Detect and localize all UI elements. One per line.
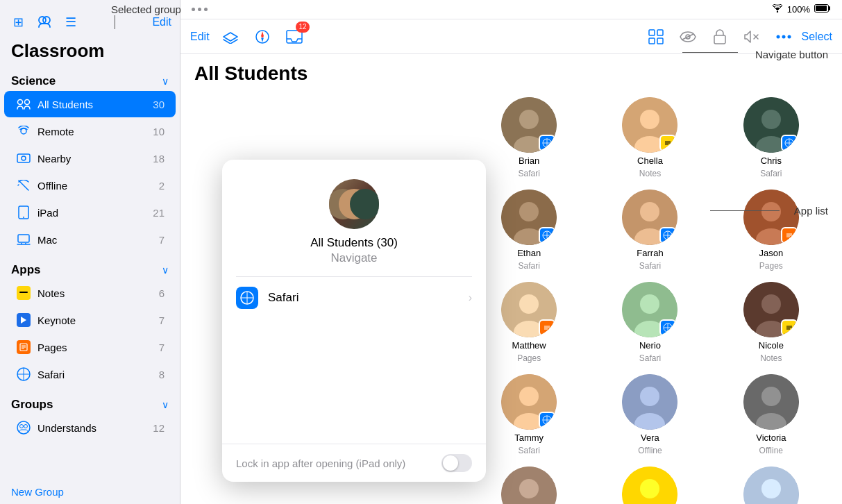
sidebar-apps-chevron[interactable]: ∨ <box>162 264 169 276</box>
sidebar-mac-label: Mac <box>37 234 159 246</box>
remote-icon <box>15 123 32 140</box>
svg-point-122 <box>761 387 781 406</box>
sidebar-item-safari[interactable]: Safari 8 <box>4 361 176 387</box>
student-app: Pages <box>759 261 783 271</box>
lock-toggle[interactable] <box>441 454 472 472</box>
sidebar-item-notes[interactable]: Notes 6 <box>4 280 176 306</box>
svg-point-119 <box>640 387 659 406</box>
sidebar-pages-label: Pages <box>37 342 159 353</box>
svg-point-21 <box>24 425 28 428</box>
student-name: Tammy <box>514 432 544 443</box>
student-card[interactable]: Samara Pages <box>593 467 707 504</box>
sidebar-science-chevron[interactable]: ∨ <box>162 76 169 87</box>
sidebar-ipad-label: iPad <box>37 207 153 219</box>
main-content: 100% Edit <box>180 0 842 504</box>
student-card[interactable]: Tammy Safari <box>472 374 586 455</box>
students-grid: Brian Safari Chella Notes <box>472 97 828 504</box>
students-grid-wrapper: Brian Safari Chella Notes <box>472 97 828 504</box>
svg-point-43 <box>350 189 379 219</box>
student-name: Ethan <box>517 248 541 258</box>
student-card[interactable]: Raffi Keynote <box>472 467 586 504</box>
inbox-icon[interactable]: 12 <box>282 24 307 49</box>
sidebar-groups-chevron[interactable]: ∨ <box>162 399 169 410</box>
svg-point-56 <box>640 110 659 129</box>
student-card[interactable]: Sarah Notes <box>714 467 828 504</box>
keynote-icon <box>15 312 32 328</box>
compass-icon[interactable] <box>250 24 275 49</box>
student-card[interactable]: Nicole Notes <box>714 282 828 363</box>
student-avatar <box>743 467 799 504</box>
wifi-icon <box>772 4 783 15</box>
student-name: Victoria <box>756 432 786 443</box>
student-card[interactable]: Matthew Pages <box>472 282 586 363</box>
modal-lock-label: Lock in app after opening (iPad only) <box>236 457 405 469</box>
mac-icon <box>15 231 32 248</box>
layers-icon[interactable] <box>218 24 243 49</box>
student-app: Safari <box>760 169 782 178</box>
modal-safari-item[interactable]: Safari › <box>222 277 486 319</box>
select-button[interactable]: Select <box>802 31 832 43</box>
sidebar-item-all-students[interactable]: All Students 30 <box>4 91 176 117</box>
sidebar-edit-button[interactable]: Edit <box>152 16 171 28</box>
svg-marker-26 <box>261 31 264 38</box>
svg-point-40 <box>787 35 791 38</box>
student-card[interactable]: Jason Pages <box>714 190 828 271</box>
sidebar-notes-count: 6 <box>159 287 165 299</box>
sidebar-item-ipad[interactable]: iPad 21 <box>4 199 176 226</box>
student-card[interactable]: Nerio Safari <box>593 282 707 363</box>
svg-point-9 <box>23 217 24 218</box>
sidebar-item-nearby[interactable]: Nearby 18 <box>4 145 176 171</box>
svg-rect-24 <box>816 6 827 11</box>
svg-rect-32 <box>657 38 663 44</box>
sidebar-item-remote[interactable]: Remote 10 <box>4 118 176 144</box>
eye-icon[interactable] <box>675 24 700 49</box>
student-avatar <box>501 374 557 430</box>
student-name: Brian <box>519 156 539 166</box>
new-group-button[interactable]: New Group <box>11 486 64 498</box>
sidebar-item-keynote[interactable]: Keynote 7 <box>4 307 176 333</box>
svg-point-1 <box>43 17 50 24</box>
sidebar-list-icon[interactable]: ☰ <box>61 12 81 32</box>
student-avatar <box>622 374 677 430</box>
toolbar-right: Select <box>802 31 832 43</box>
student-name: Nicole <box>759 340 784 351</box>
student-name: Nerio <box>639 340 661 351</box>
student-avatar <box>622 190 677 245</box>
lock-icon[interactable] <box>707 24 732 49</box>
sidebar-understands-count: 12 <box>153 422 165 434</box>
sidebar-apps-label: Apps <box>11 263 41 277</box>
student-card[interactable]: Brian Safari <box>472 97 586 178</box>
student-app: Safari <box>518 446 539 455</box>
sidebar-item-pages[interactable]: Pages 7 <box>4 334 176 360</box>
student-card[interactable]: Farrah Safari <box>593 190 707 271</box>
svg-point-112 <box>519 387 539 406</box>
svg-rect-30 <box>657 30 663 35</box>
modal-app-name: Safari <box>268 291 469 305</box>
student-card[interactable]: Victoria Offline <box>714 374 828 455</box>
sidebar-item-mac[interactable]: Mac 7 <box>4 226 176 253</box>
pages-icon <box>15 339 32 355</box>
toolbar-center: 12 <box>218 24 796 49</box>
sidebar-panel-icon[interactable]: ⊞ <box>8 12 28 32</box>
sidebar-item-understands[interactable]: Understands 12 <box>4 414 176 441</box>
student-name: Farrah <box>637 248 663 258</box>
svg-point-22 <box>777 11 778 12</box>
student-card[interactable]: Chella Notes <box>593 97 707 178</box>
student-card[interactable]: Ethan Safari <box>472 190 586 271</box>
student-card[interactable]: Chris Safari <box>714 97 828 178</box>
mute-icon[interactable] <box>739 24 764 49</box>
sidebar-item-offline[interactable]: Offline 2 <box>4 172 176 199</box>
nearby-icon <box>15 150 32 167</box>
sidebar-notes-label: Notes <box>37 287 159 299</box>
student-card[interactable]: Vera Offline <box>593 374 707 455</box>
svg-point-38 <box>776 35 780 38</box>
svg-point-130 <box>640 479 659 498</box>
student-avatar <box>743 190 799 245</box>
edit-button[interactable]: Edit <box>190 31 210 43</box>
more-icon[interactable] <box>771 24 796 49</box>
inbox-badge: 12 <box>296 22 309 33</box>
sidebar-group-icon[interactable] <box>35 12 54 32</box>
grid-icon[interactable] <box>643 24 668 49</box>
student-app: Notes <box>760 353 782 363</box>
student-name: Matthew <box>512 340 546 351</box>
